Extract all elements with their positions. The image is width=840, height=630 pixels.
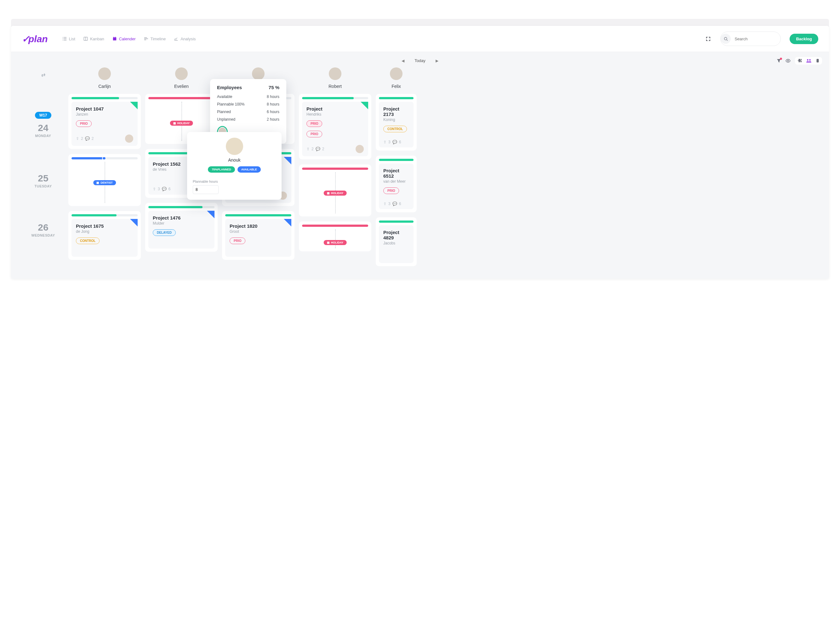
- calendar-icon: ▦: [327, 241, 330, 244]
- tag-prio: PRIO: [230, 237, 245, 244]
- plannable-hours-input[interactable]: [193, 185, 219, 194]
- comment-icon: 💬: [162, 187, 167, 191]
- dentist-chip[interactable]: ▦DENTIST: [93, 180, 116, 185]
- project-card[interactable]: Project 6512 van der Meer PRIO ⇪3 💬6: [379, 164, 414, 209]
- card-title: Project 1675: [76, 223, 133, 229]
- avatar[interactable]: [175, 68, 188, 80]
- search-input[interactable]: [734, 36, 775, 41]
- attachments-count: 2: [311, 147, 314, 151]
- card-subtitle: Mulder: [153, 221, 210, 226]
- holiday-chip[interactable]: ▦HOLIDAY: [324, 191, 347, 196]
- view-timeline[interactable]: Timeline: [144, 36, 166, 41]
- calendar-icon: ▦: [327, 191, 330, 195]
- project-card[interactable]: Project 1476 Mulder DELAYED: [148, 211, 215, 248]
- tag-prio: PRIO: [76, 120, 92, 127]
- week-chip: W17: [35, 112, 52, 119]
- tag-prio: PRIO: [383, 188, 399, 194]
- svg-rect-12: [144, 38, 148, 39]
- planned-pill: 75%PLANNED: [208, 166, 235, 173]
- tag-prio-overlay: PRIO: [306, 120, 322, 127]
- view-list-label: List: [69, 36, 75, 41]
- view-kanban-label: Kanban: [90, 36, 104, 41]
- card-title: Project 1476: [153, 215, 210, 221]
- column-name: Felix: [376, 84, 417, 89]
- comment-icon: 💬: [392, 202, 397, 206]
- today-label[interactable]: Today: [414, 58, 426, 63]
- view-list[interactable]: List: [62, 36, 75, 41]
- available-pill: AVAILABLE: [237, 166, 261, 173]
- filter-icon[interactable]: [777, 58, 781, 63]
- list-icon: [62, 36, 67, 41]
- comments-count: 6: [399, 202, 401, 206]
- day-name: MONDAY: [18, 134, 68, 137]
- svg-rect-19: [817, 59, 819, 62]
- column-name: Evelien: [145, 84, 218, 89]
- day-number: 24: [18, 123, 68, 133]
- svg-rect-4: [63, 40, 63, 41]
- card-title: Project 4829: [383, 230, 409, 240]
- people-icon[interactable]: [806, 58, 812, 63]
- card-title: Project: [306, 106, 364, 112]
- comments-count: 6: [169, 187, 171, 191]
- upload-icon: ⇪: [76, 136, 79, 141]
- upload-icon: ⇪: [383, 140, 387, 144]
- tag-icon[interactable]: [816, 58, 819, 63]
- view-kanban[interactable]: Kanban: [84, 36, 104, 41]
- view-analysis-label: Analysis: [180, 36, 196, 41]
- card-title: Project 1047: [76, 106, 133, 112]
- attachments-count: 3: [388, 202, 390, 206]
- avatar[interactable]: [329, 68, 341, 80]
- shuffle-icon[interactable]: ⇄: [39, 72, 47, 78]
- holiday-chip[interactable]: ▦HOLIDAY: [324, 240, 347, 245]
- svg-rect-0: [63, 37, 63, 38]
- card-subtitle: de Jong: [76, 229, 133, 234]
- analysis-icon: [174, 36, 178, 41]
- search-icon: [721, 34, 731, 44]
- eye-icon[interactable]: [786, 58, 791, 63]
- column-name: Robert: [299, 84, 371, 89]
- card-subtitle: Janzen: [76, 112, 133, 117]
- backlog-button[interactable]: Backlog: [789, 34, 818, 44]
- project-card[interactable]: Project 4829 Jacobs: [379, 225, 414, 263]
- project-card[interactable]: Project 2173 Koning CONTROL ⇪3 💬6: [379, 102, 414, 147]
- upload-icon: ⇪: [153, 187, 156, 191]
- card-title: Project 2173: [383, 106, 409, 117]
- search-box[interactable]: [720, 32, 781, 46]
- calendar-icon: ▦: [173, 122, 176, 125]
- avatar[interactable]: [98, 68, 111, 80]
- svg-line-15: [726, 39, 728, 40]
- day-name: TUESDAY: [18, 184, 68, 188]
- popover-title: Employees: [217, 85, 242, 90]
- project-card[interactable]: Project 1820 Groot PRIO: [225, 219, 291, 257]
- comments-count: 6: [399, 140, 401, 144]
- svg-rect-1: [64, 37, 66, 38]
- next-arrow-icon[interactable]: ▶: [436, 58, 439, 63]
- view-calendar-label: Calender: [119, 36, 136, 41]
- tag-control: CONTROL: [383, 126, 407, 132]
- avatar[interactable]: [252, 68, 265, 80]
- person-popover: Anouk 75%PLANNED AVAILABLE Plannable hou…: [187, 132, 281, 200]
- project-card[interactable]: Project 1047 Janzen PRIO ⇪2 💬2: [71, 102, 137, 146]
- project-card[interactable]: Project 1675 de Jong CONTROL: [71, 219, 137, 257]
- tag-delayed: DELAYED: [153, 229, 176, 236]
- holiday-chip[interactable]: ▦HOLIDAY: [170, 121, 193, 126]
- plannable-label: Plannable hours: [187, 173, 281, 185]
- app-window: plan List Kanban Calender: [11, 26, 829, 279]
- card-subtitle: Koning: [383, 117, 409, 122]
- day-number: 26: [18, 222, 68, 233]
- project-card[interactable]: Project Hendriks PRIO PRIO ⇪2 💬2: [302, 102, 368, 156]
- view-calendar[interactable]: Calender: [112, 36, 136, 41]
- prev-arrow-icon[interactable]: ◀: [401, 58, 404, 63]
- day-number: 25: [18, 173, 68, 184]
- puzzle-icon[interactable]: [797, 58, 802, 63]
- attachments-count: 3: [388, 140, 390, 144]
- comments-count: 2: [322, 147, 324, 151]
- svg-point-16: [787, 60, 789, 62]
- tag-control: CONTROL: [76, 237, 99, 244]
- fullscreen-icon[interactable]: [706, 36, 712, 41]
- tag-prio: PRIO: [306, 131, 322, 137]
- view-analysis[interactable]: Analysis: [174, 36, 196, 41]
- svg-rect-5: [64, 40, 66, 41]
- view-timeline-label: Timeline: [150, 36, 166, 41]
- avatar[interactable]: [390, 68, 403, 80]
